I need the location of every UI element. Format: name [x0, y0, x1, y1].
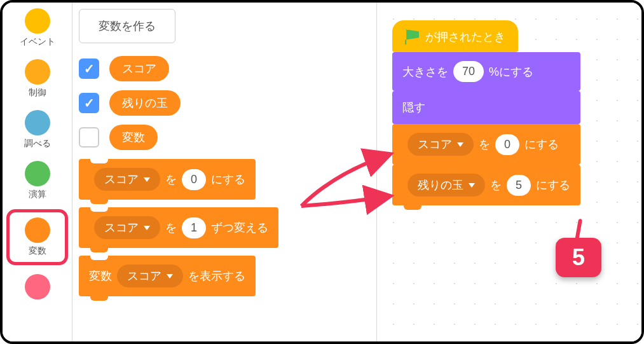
block-text: にする [524, 137, 559, 152]
app-frame: イベント 制御 調べる 演算 変数 変数を作る スコア 残り [0, 0, 644, 344]
set-variable-block[interactable]: 残りの玉 を 5 にする [392, 165, 580, 205]
variable-dropdown[interactable]: スコア [94, 216, 160, 239]
callout-text: 5 [572, 244, 585, 270]
chevron-down-icon [167, 274, 173, 279]
chevron-down-icon [144, 226, 150, 230]
variable-reporter[interactable]: 残りの玉 [109, 90, 181, 116]
chevron-down-icon [469, 183, 475, 188]
variables-icon [25, 217, 50, 243]
show-variable-block[interactable]: 変数 スコア を表示する [79, 256, 256, 296]
block-text: を [165, 172, 177, 187]
variable-checkbox[interactable] [79, 127, 99, 148]
category-label: イベント [20, 36, 55, 48]
variable-row: スコア [79, 56, 371, 81]
block-text: を表示する [188, 268, 245, 284]
category-variables[interactable]: 変数 [6, 209, 68, 265]
dropdown-label: スコア [104, 220, 139, 235]
dropdown-label: スコア [418, 137, 452, 152]
variable-reporter[interactable]: 変数 [109, 125, 158, 150]
category-label: 演算 [29, 189, 46, 200]
block-text: 変数 [89, 268, 112, 284]
when-flag-clicked-block[interactable]: が押されたとき [392, 20, 518, 52]
block-text: を [479, 137, 490, 152]
dropdown-label: スコア [104, 172, 139, 187]
block-text: を [490, 177, 502, 193]
variable-checkbox[interactable] [79, 58, 99, 79]
number-input[interactable]: 0 [182, 169, 206, 190]
script-workspace[interactable]: が押されたとき 大きさを 70 %にする 隠す スコア [376, 3, 644, 341]
block-text: ずつ変える [211, 220, 268, 235]
number-input[interactable]: 70 [453, 61, 484, 82]
variable-dropdown[interactable]: スコア [117, 265, 183, 287]
block-text: 隠す [402, 100, 425, 115]
variable-dropdown[interactable]: スコア [94, 168, 160, 191]
set-variable-block[interactable]: スコア を 0 にする [79, 159, 256, 200]
set-variable-block[interactable]: スコア を 0 にする [392, 124, 580, 165]
block-text: にする [211, 172, 245, 187]
category-label: 調べる [24, 138, 51, 149]
category-label: 制御 [29, 87, 46, 99]
hide-block[interactable]: 隠す [392, 91, 580, 124]
number-input[interactable]: 5 [507, 175, 531, 196]
variable-checkbox[interactable] [79, 93, 99, 113]
block-text: を [165, 220, 177, 235]
category-label: 変数 [29, 245, 46, 257]
block-text: が押されたとき [425, 29, 505, 45]
block-palette: 変数を作る スコア 残りの玉 変数 スコア を 0 にする [79, 9, 371, 304]
variable-row: 残りの玉 [79, 90, 371, 116]
dropdown-label: 残りの玉 [418, 177, 463, 193]
variable-dropdown[interactable]: 残りの玉 [408, 174, 485, 196]
variable-dropdown[interactable]: スコア [408, 133, 474, 156]
flag-icon [405, 29, 419, 45]
variable-reporter[interactable]: スコア [109, 56, 169, 81]
block-text: 大きさを [402, 64, 448, 79]
number-input[interactable]: 1 [182, 217, 206, 238]
dropdown-label: スコア [127, 268, 161, 284]
category-control[interactable]: 制御 [3, 57, 72, 101]
category-events[interactable]: イベント [3, 6, 72, 50]
chevron-down-icon [457, 142, 463, 147]
category-sidebar: イベント 制御 調べる 演算 変数 [3, 3, 72, 341]
category-sensing[interactable]: 調べる [3, 107, 72, 152]
events-icon [25, 8, 50, 34]
category-myblocks[interactable] [3, 272, 72, 305]
block-text: %にする [489, 64, 533, 79]
operators-icon [25, 161, 50, 186]
set-size-block[interactable]: 大きさを 70 %にする [392, 52, 580, 91]
myblocks-icon [25, 274, 50, 299]
variable-row: 変数 [79, 125, 371, 150]
control-icon [25, 59, 50, 85]
block-text: にする [536, 177, 570, 193]
block-stack[interactable]: が押されたとき 大きさを 70 %にする 隠す スコア [392, 20, 580, 205]
callout-bubble: 5 [556, 238, 601, 277]
sensing-icon [25, 110, 50, 135]
category-operators[interactable]: 演算 [3, 158, 72, 203]
change-variable-block[interactable]: スコア を 1 ずつ変える [79, 207, 278, 248]
make-variable-button[interactable]: 変数を作る [79, 9, 175, 43]
chevron-down-icon [144, 177, 150, 182]
number-input[interactable]: 0 [495, 134, 519, 155]
